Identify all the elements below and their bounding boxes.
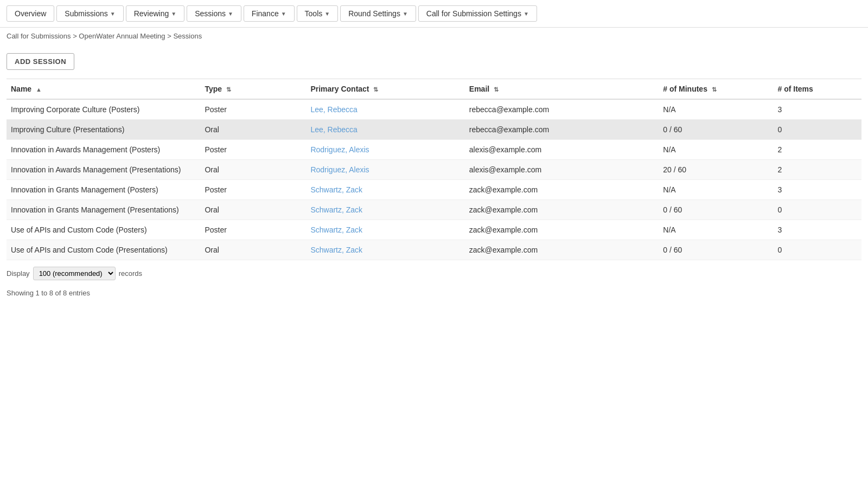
add-session-label: ADD SESSION — [15, 57, 66, 66]
display-records-select[interactable]: 100 (recommended)2550200 — [33, 267, 116, 280]
cell-minutes-6: N/A — [659, 220, 773, 240]
sort-type-icon: ⇅ — [226, 86, 231, 93]
cell-contact-0[interactable]: Lee, Rebecca — [306, 99, 464, 120]
table-row: Use of APIs and Custom Code (Posters) Po… — [7, 220, 861, 240]
cell-name-1: Improving Culture (Presentations) — [7, 120, 200, 140]
cell-items-5: 0 — [773, 200, 861, 220]
cell-name-4: Innovation in Grants Management (Posters… — [7, 180, 200, 200]
table-row: Innovation in Awards Management (Present… — [7, 160, 861, 180]
cell-type-4: Poster — [200, 180, 306, 200]
cell-email-5: zack@example.com — [465, 200, 659, 220]
nav-round-settings-chevron: ▼ — [403, 11, 408, 17]
cell-name-2: Innovation in Awards Management (Posters… — [7, 140, 200, 160]
cell-minutes-2: N/A — [659, 140, 773, 160]
breadcrumb: Call for Submissions > OpenWater Annual … — [0, 28, 868, 44]
main-content: ADD SESSION Name ▲ Type ⇅ Primary Contac… — [0, 44, 868, 306]
cell-items-3: 2 — [773, 160, 861, 180]
nav-sessions-label: Sessions — [195, 9, 226, 18]
breadcrumb-annual-meeting[interactable]: OpenWater Annual Meeting — [79, 32, 165, 40]
col-header-items: # of Items — [773, 79, 861, 100]
nav-tools[interactable]: Tools ▼ — [297, 5, 339, 22]
sort-email-icon: ⇅ — [494, 86, 499, 93]
display-label: Display — [7, 269, 30, 278]
nav-round-settings-label: Round Settings — [348, 9, 400, 18]
nav-call-for-submission-settings-chevron: ▼ — [524, 11, 529, 17]
cell-contact-6[interactable]: Schwartz, Zack — [306, 220, 464, 240]
nav-overview[interactable]: Overview — [7, 5, 54, 22]
cell-email-7: zack@example.com — [465, 240, 659, 260]
table-header-row: Name ▲ Type ⇅ Primary Contact ⇅ Email ⇅ … — [7, 79, 861, 100]
table-row: Innovation in Awards Management (Posters… — [7, 140, 861, 160]
cell-items-2: 2 — [773, 140, 861, 160]
nav-overview-label: Overview — [15, 9, 46, 18]
breadcrumb-call-for-submissions[interactable]: Call for Submissions — [7, 32, 71, 40]
breadcrumb-separator-1: > — [73, 32, 79, 40]
cell-items-0: 3 — [773, 99, 861, 120]
sessions-table: Name ▲ Type ⇅ Primary Contact ⇅ Email ⇅ … — [7, 79, 861, 260]
cell-name-0: Improving Corporate Culture (Posters) — [7, 99, 200, 120]
table-footer: Display 100 (recommended)2550200 records — [7, 260, 861, 287]
cell-contact-2[interactable]: Rodriguez, Alexis — [306, 140, 464, 160]
cell-name-5: Innovation in Grants Management (Present… — [7, 200, 200, 220]
cell-items-7: 0 — [773, 240, 861, 260]
table-row: Improving Culture (Presentations) Oral L… — [7, 120, 861, 140]
breadcrumb-separator-2: > — [167, 32, 173, 40]
cell-email-1: rebecca@example.com — [465, 120, 659, 140]
cell-contact-7[interactable]: Schwartz, Zack — [306, 240, 464, 260]
nav-tools-chevron: ▼ — [324, 11, 330, 17]
nav-finance-chevron: ▼ — [281, 11, 286, 17]
col-header-minutes[interactable]: # of Minutes ⇅ — [659, 79, 773, 100]
cell-type-0: Poster — [200, 99, 306, 120]
nav-submissions-chevron: ▼ — [110, 11, 116, 17]
nav-tools-label: Tools — [305, 9, 323, 18]
cell-type-3: Oral — [200, 160, 306, 180]
nav-sessions[interactable]: Sessions ▼ — [187, 5, 241, 22]
sort-contact-icon: ⇅ — [373, 86, 378, 93]
cell-contact-1[interactable]: Lee, Rebecca — [306, 120, 464, 140]
col-header-type[interactable]: Type ⇅ — [200, 79, 306, 100]
nav-finance-label: Finance — [252, 9, 279, 18]
top-navigation: Overview Submissions ▼ Reviewing ▼ Sessi… — [0, 0, 868, 28]
nav-reviewing-label: Reviewing — [134, 9, 169, 18]
cell-items-1: 0 — [773, 120, 861, 140]
nav-finance[interactable]: Finance ▼ — [244, 5, 295, 22]
nav-reviewing-chevron: ▼ — [171, 11, 176, 17]
nav-round-settings[interactable]: Round Settings ▼ — [340, 5, 416, 22]
cell-email-2: alexis@example.com — [465, 140, 659, 160]
nav-call-for-submission-settings[interactable]: Call for Submission Settings ▼ — [418, 5, 537, 22]
cell-type-1: Oral — [200, 120, 306, 140]
cell-items-4: 3 — [773, 180, 861, 200]
col-header-name[interactable]: Name ▲ — [7, 79, 200, 100]
cell-type-5: Oral — [200, 200, 306, 220]
cell-minutes-0: N/A — [659, 99, 773, 120]
nav-sessions-chevron: ▼ — [228, 11, 233, 17]
nav-call-for-submission-settings-label: Call for Submission Settings — [426, 9, 521, 18]
nav-submissions-label: Submissions — [65, 9, 107, 18]
cell-name-6: Use of APIs and Custom Code (Posters) — [7, 220, 200, 240]
cell-email-3: alexis@example.com — [465, 160, 659, 180]
cell-type-6: Poster — [200, 220, 306, 240]
cell-minutes-7: 0 / 60 — [659, 240, 773, 260]
cell-email-4: zack@example.com — [465, 180, 659, 200]
col-header-email[interactable]: Email ⇅ — [465, 79, 659, 100]
records-label: records — [119, 269, 142, 278]
nav-submissions[interactable]: Submissions ▼ — [56, 5, 123, 22]
add-session-button[interactable]: ADD SESSION — [7, 53, 74, 70]
cell-type-7: Oral — [200, 240, 306, 260]
nav-reviewing[interactable]: Reviewing ▼ — [126, 5, 185, 22]
showing-entries-text: Showing 1 to 8 of 8 entries — [7, 289, 861, 297]
breadcrumb-sessions: Sessions — [173, 32, 202, 40]
cell-contact-4[interactable]: Schwartz, Zack — [306, 180, 464, 200]
cell-contact-5[interactable]: Schwartz, Zack — [306, 200, 464, 220]
sort-name-icon: ▲ — [36, 86, 42, 93]
col-header-contact[interactable]: Primary Contact ⇅ — [306, 79, 464, 100]
cell-name-7: Use of APIs and Custom Code (Presentatio… — [7, 240, 200, 260]
table-row: Improving Corporate Culture (Posters) Po… — [7, 99, 861, 120]
cell-minutes-1: 0 / 60 — [659, 120, 773, 140]
cell-email-6: zack@example.com — [465, 220, 659, 240]
cell-name-3: Innovation in Awards Management (Present… — [7, 160, 200, 180]
cell-contact-3[interactable]: Rodriguez, Alexis — [306, 160, 464, 180]
table-row: Innovation in Grants Management (Present… — [7, 200, 861, 220]
cell-items-6: 3 — [773, 220, 861, 240]
cell-minutes-5: 0 / 60 — [659, 200, 773, 220]
